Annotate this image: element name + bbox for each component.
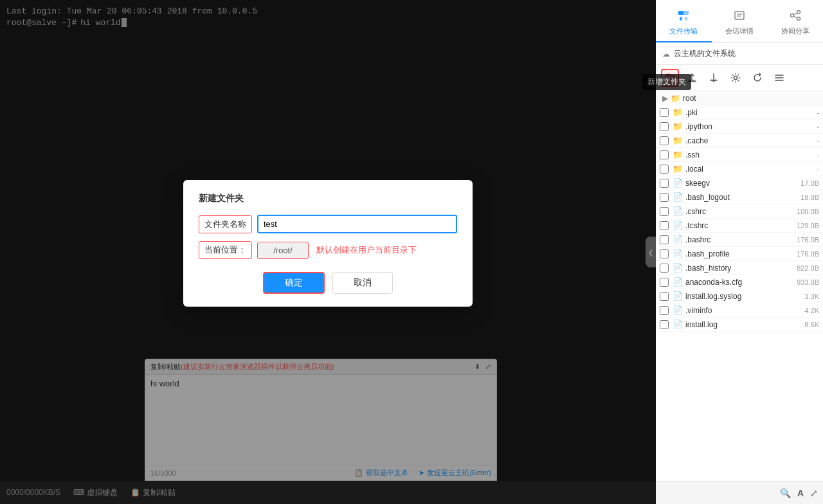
dialog-overlay: 新建文件夹 文件夹名称 当前位置： /root/ 默认创建在用户当前目录下 确定… (0, 0, 656, 504)
folder-name-input[interactable] (257, 215, 457, 233)
list-item[interactable]: 📄.cshrc100.0B (656, 204, 823, 219)
file-size: 129.0B (787, 222, 819, 230)
file-size: 18.0B (787, 194, 819, 201)
file-icon: 📄 (673, 320, 683, 329)
file-size: 4.2K (787, 307, 819, 314)
folder-icon: 📁 (673, 107, 683, 117)
list-item[interactable]: 📄.viminfo4.2K (656, 303, 823, 318)
tree-root-name: root (683, 94, 696, 103)
file-tree-root: ▶ 📁 root (656, 91, 823, 105)
zoom-in-button[interactable]: 🔍 (780, 488, 791, 498)
file-size: - (787, 151, 819, 159)
file-size: 176.0B (787, 236, 819, 244)
dialog-buttons: 确定 取消 (199, 272, 457, 294)
file-checkbox[interactable] (660, 165, 669, 174)
list-item[interactable]: 📄install.log8.6K (656, 318, 823, 332)
folder-icon: 📁 (673, 150, 683, 159)
file-checkbox[interactable] (660, 150, 669, 159)
file-checkbox[interactable] (660, 320, 669, 329)
tree-folder-icon: 📁 (671, 94, 680, 103)
tab-session-detail[interactable]: 会话详情 (712, 5, 768, 42)
file-checkbox[interactable] (660, 179, 669, 188)
dialog-location-value: /root/ (257, 242, 309, 259)
font-size-button[interactable]: A (797, 488, 804, 498)
list-item[interactable]: 📄.bash_logout18.0B (656, 190, 823, 204)
file-icon: 📄 (673, 206, 683, 216)
folder-icon: 📁 (673, 122, 683, 131)
file-checkbox[interactable] (660, 235, 669, 244)
confirm-button[interactable]: 确定 (263, 272, 325, 294)
file-checkbox[interactable] (660, 278, 669, 287)
list-item[interactable]: 📄.bash_profile176.0B (656, 247, 823, 261)
file-name: .viminfo (685, 306, 787, 315)
fs-title: 云主机的文件系统 (674, 48, 736, 59)
bottom-right-bar: 🔍 A ⤢ (656, 481, 823, 504)
file-checkbox[interactable] (660, 108, 669, 117)
svg-point-5 (797, 11, 800, 14)
file-checkbox[interactable] (660, 221, 669, 230)
svg-rect-2 (735, 12, 744, 19)
file-icon: 📄 (673, 277, 683, 287)
file-size: - (787, 137, 819, 145)
more-button[interactable] (770, 69, 788, 87)
list-item[interactable]: 📄install.log.syslog3.3K (656, 289, 823, 303)
file-rows: 📁.pki-📁.ipython-📁.cache-📁.ssh-📁.local-📄s… (656, 105, 823, 332)
file-list: ▶ 📁 root 📁.pki-📁.ipython-📁.cache-📁.ssh-📁… (656, 91, 823, 486)
list-item[interactable]: 📄.tcshrc129.0B (656, 219, 823, 233)
file-size: 933.0B (787, 278, 819, 286)
folder-icon: 📁 (673, 136, 683, 145)
fullscreen-button[interactable]: ⤢ (810, 488, 818, 498)
tab-collab-share[interactable]: 协同分享 (767, 5, 823, 42)
file-checkbox[interactable] (660, 292, 669, 301)
file-name: install.log (685, 320, 787, 329)
tab-session-detail-label: 会话详情 (725, 26, 754, 36)
file-transfer-icon (677, 9, 690, 25)
file-checkbox[interactable] (660, 249, 669, 258)
file-name: .cache (685, 136, 787, 145)
file-name: anaconda-ks.cfg (685, 278, 787, 287)
file-size: - (787, 165, 819, 173)
file-checkbox[interactable] (660, 207, 669, 216)
file-checkbox[interactable] (660, 264, 669, 273)
list-item[interactable]: 📄.bash_history822.0B (656, 261, 823, 275)
svg-point-6 (790, 14, 793, 17)
list-item[interactable]: 📁.ssh- (656, 148, 823, 162)
file-checkbox[interactable] (660, 193, 669, 202)
cancel-button[interactable]: 取消 (332, 272, 393, 294)
right-panel: 文件传输 会话详情 协同分享 (656, 0, 823, 504)
list-item[interactable]: 📁.cache- (656, 134, 823, 148)
new-folder-dialog: 新建文件夹 文件夹名称 当前位置： /root/ 默认创建在用户当前目录下 确定… (183, 180, 473, 307)
list-item[interactable]: 📄anaconda-ks.cfg933.0B (656, 275, 823, 289)
file-name: .cshrc (685, 207, 787, 216)
download-button[interactable] (705, 69, 723, 87)
svg-point-13 (734, 76, 737, 80)
svg-rect-1 (683, 11, 689, 15)
list-item[interactable]: 📁.pki- (656, 105, 823, 120)
file-name: .pki (685, 108, 787, 117)
file-checkbox[interactable] (660, 136, 669, 145)
file-icon: 📄 (673, 192, 683, 202)
file-icon: 📄 (673, 291, 683, 301)
settings-button[interactable] (727, 69, 745, 87)
file-size: 8.6K (787, 321, 819, 328)
list-item[interactable]: 📄skeegv17.0B (656, 176, 823, 190)
refresh-button[interactable] (748, 69, 766, 87)
file-size: - (787, 109, 819, 116)
dialog-hint: 默认创建在用户当前目录下 (316, 244, 417, 256)
file-checkbox[interactable] (660, 122, 669, 131)
svg-rect-0 (678, 11, 683, 15)
file-name: .bashrc (685, 235, 787, 244)
file-icon: 📄 (673, 221, 683, 230)
tab-file-transfer[interactable]: 文件传输 (656, 5, 712, 42)
file-size: 822.0B (787, 264, 819, 272)
file-name: skeegv (685, 179, 787, 188)
file-name: .local (685, 165, 787, 174)
file-name: .tcshrc (685, 221, 787, 230)
list-item[interactable]: 📄.bashrc176.0B (656, 233, 823, 247)
file-checkbox[interactable] (660, 306, 669, 315)
list-item[interactable]: 📁.local- (656, 162, 823, 176)
list-item[interactable]: 📁.ipython- (656, 120, 823, 134)
file-icon: 📄 (673, 305, 683, 315)
file-icon: 📄 (673, 249, 683, 258)
file-icon: 📄 (673, 178, 683, 188)
